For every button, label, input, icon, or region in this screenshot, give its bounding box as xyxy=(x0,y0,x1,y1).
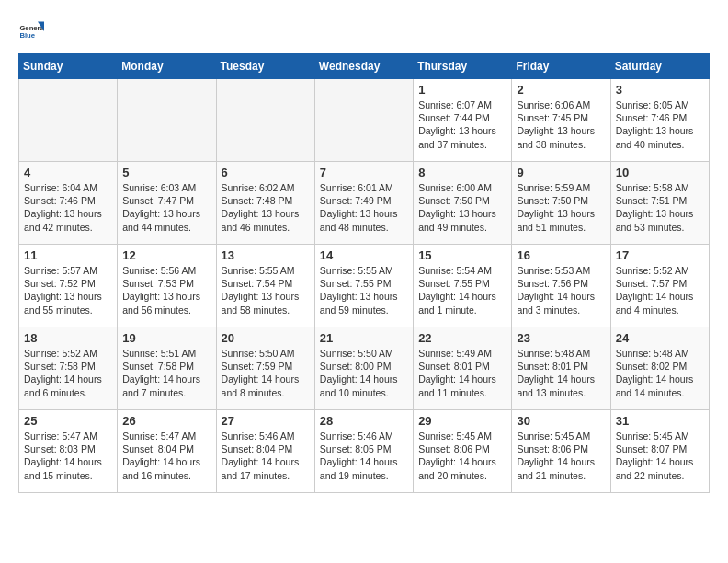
day-info: Sunrise: 5:57 AM Sunset: 7:52 PM Dayligh… xyxy=(24,264,112,316)
day-number: 25 xyxy=(24,414,112,428)
week-row-1: 1Sunrise: 6:07 AM Sunset: 7:44 PM Daylig… xyxy=(19,79,710,162)
header-row: SundayMondayTuesdayWednesdayThursdayFrid… xyxy=(19,54,710,79)
page-header: General Blue xyxy=(18,18,710,44)
day-number: 5 xyxy=(122,166,210,179)
day-number: 18 xyxy=(24,331,112,345)
day-number: 23 xyxy=(517,331,605,345)
day-cell-3: 3Sunrise: 6:05 AM Sunset: 7:46 PM Daylig… xyxy=(610,79,709,162)
day-info: Sunrise: 5:48 AM Sunset: 8:01 PM Dayligh… xyxy=(517,347,605,399)
day-cell-25: 25Sunrise: 5:47 AM Sunset: 8:03 PM Dayli… xyxy=(19,410,118,493)
day-info: Sunrise: 5:46 AM Sunset: 8:04 PM Dayligh… xyxy=(222,430,310,482)
week-row-5: 25Sunrise: 5:47 AM Sunset: 8:03 PM Dayli… xyxy=(19,410,710,493)
day-cell-empty-3 xyxy=(314,79,413,162)
day-info: Sunrise: 5:50 AM Sunset: 7:59 PM Dayligh… xyxy=(222,347,310,399)
day-header-friday: Friday xyxy=(512,54,610,79)
day-number: 21 xyxy=(320,331,408,345)
day-header-tuesday: Tuesday xyxy=(216,54,314,79)
day-info: Sunrise: 5:58 AM Sunset: 7:51 PM Dayligh… xyxy=(616,181,704,234)
day-info: Sunrise: 6:05 AM Sunset: 7:46 PM Dayligh… xyxy=(616,98,704,151)
day-cell-31: 31Sunrise: 5:45 AM Sunset: 8:07 PM Dayli… xyxy=(610,410,709,493)
day-number: 6 xyxy=(222,166,310,179)
day-cell-18: 18Sunrise: 5:52 AM Sunset: 7:58 PM Dayli… xyxy=(19,327,118,410)
day-cell-24: 24Sunrise: 5:48 AM Sunset: 8:02 PM Dayli… xyxy=(610,327,709,410)
day-number: 16 xyxy=(517,248,605,262)
day-cell-21: 21Sunrise: 5:50 AM Sunset: 8:00 PM Dayli… xyxy=(314,327,413,410)
day-info: Sunrise: 6:07 AM Sunset: 7:44 PM Dayligh… xyxy=(418,98,506,151)
day-info: Sunrise: 5:49 AM Sunset: 8:01 PM Dayligh… xyxy=(418,347,506,399)
day-number: 14 xyxy=(320,248,408,262)
day-info: Sunrise: 5:52 AM Sunset: 7:58 PM Dayligh… xyxy=(24,347,112,399)
day-cell-15: 15Sunrise: 5:54 AM Sunset: 7:55 PM Dayli… xyxy=(414,245,512,327)
day-cell-29: 29Sunrise: 5:45 AM Sunset: 8:06 PM Dayli… xyxy=(414,410,512,493)
day-number: 24 xyxy=(616,331,704,345)
day-cell-empty-0 xyxy=(19,79,118,162)
day-number: 27 xyxy=(222,414,310,428)
day-info: Sunrise: 5:52 AM Sunset: 7:57 PM Dayligh… xyxy=(616,264,704,316)
day-info: Sunrise: 5:55 AM Sunset: 7:55 PM Dayligh… xyxy=(320,264,408,316)
day-number: 10 xyxy=(616,166,704,179)
day-number: 4 xyxy=(24,166,112,179)
day-cell-2: 2Sunrise: 6:06 AM Sunset: 7:45 PM Daylig… xyxy=(512,79,610,162)
day-number: 15 xyxy=(418,248,506,262)
week-row-2: 4Sunrise: 6:04 AM Sunset: 7:46 PM Daylig… xyxy=(19,162,710,245)
day-cell-9: 9Sunrise: 5:59 AM Sunset: 7:50 PM Daylig… xyxy=(512,162,610,245)
day-info: Sunrise: 5:45 AM Sunset: 8:06 PM Dayligh… xyxy=(418,430,506,482)
day-info: Sunrise: 6:01 AM Sunset: 7:49 PM Dayligh… xyxy=(320,181,408,234)
day-info: Sunrise: 6:03 AM Sunset: 7:47 PM Dayligh… xyxy=(122,181,210,234)
day-cell-27: 27Sunrise: 5:46 AM Sunset: 8:04 PM Dayli… xyxy=(216,410,314,493)
day-header-saturday: Saturday xyxy=(610,54,709,79)
svg-text:Blue: Blue xyxy=(19,31,35,40)
day-cell-4: 4Sunrise: 6:04 AM Sunset: 7:46 PM Daylig… xyxy=(19,162,118,245)
day-number: 3 xyxy=(616,83,704,97)
day-header-monday: Monday xyxy=(118,54,216,79)
day-cell-12: 12Sunrise: 5:56 AM Sunset: 7:53 PM Dayli… xyxy=(118,245,216,327)
day-cell-19: 19Sunrise: 5:51 AM Sunset: 7:58 PM Dayli… xyxy=(118,327,216,410)
day-cell-11: 11Sunrise: 5:57 AM Sunset: 7:52 PM Dayli… xyxy=(19,245,118,327)
day-number: 13 xyxy=(222,248,310,262)
day-cell-16: 16Sunrise: 5:53 AM Sunset: 7:56 PM Dayli… xyxy=(512,245,610,327)
day-cell-22: 22Sunrise: 5:49 AM Sunset: 8:01 PM Dayli… xyxy=(414,327,512,410)
day-number: 8 xyxy=(418,166,506,179)
week-row-4: 18Sunrise: 5:52 AM Sunset: 7:58 PM Dayli… xyxy=(19,327,710,410)
day-info: Sunrise: 5:55 AM Sunset: 7:54 PM Dayligh… xyxy=(222,264,310,316)
day-number: 17 xyxy=(616,248,704,262)
day-info: Sunrise: 5:47 AM Sunset: 8:03 PM Dayligh… xyxy=(24,430,112,482)
day-info: Sunrise: 5:51 AM Sunset: 7:58 PM Dayligh… xyxy=(122,347,210,399)
day-info: Sunrise: 6:02 AM Sunset: 7:48 PM Dayligh… xyxy=(222,181,310,234)
day-number: 26 xyxy=(122,414,210,428)
day-cell-23: 23Sunrise: 5:48 AM Sunset: 8:01 PM Dayli… xyxy=(512,327,610,410)
day-info: Sunrise: 5:45 AM Sunset: 8:07 PM Dayligh… xyxy=(616,430,704,482)
day-info: Sunrise: 5:46 AM Sunset: 8:05 PM Dayligh… xyxy=(320,430,408,482)
day-info: Sunrise: 5:54 AM Sunset: 7:55 PM Dayligh… xyxy=(418,264,506,316)
day-number: 28 xyxy=(320,414,408,428)
day-number: 11 xyxy=(24,248,112,262)
day-header-thursday: Thursday xyxy=(414,54,512,79)
day-number: 31 xyxy=(616,414,704,428)
day-info: Sunrise: 5:56 AM Sunset: 7:53 PM Dayligh… xyxy=(122,264,210,316)
day-cell-28: 28Sunrise: 5:46 AM Sunset: 8:05 PM Dayli… xyxy=(314,410,413,493)
day-info: Sunrise: 5:50 AM Sunset: 8:00 PM Dayligh… xyxy=(320,347,408,399)
day-info: Sunrise: 5:45 AM Sunset: 8:06 PM Dayligh… xyxy=(517,430,605,482)
day-number: 9 xyxy=(517,166,605,179)
day-cell-7: 7Sunrise: 6:01 AM Sunset: 7:49 PM Daylig… xyxy=(314,162,413,245)
day-cell-26: 26Sunrise: 5:47 AM Sunset: 8:04 PM Dayli… xyxy=(118,410,216,493)
day-cell-5: 5Sunrise: 6:03 AM Sunset: 7:47 PM Daylig… xyxy=(118,162,216,245)
day-info: Sunrise: 6:04 AM Sunset: 7:46 PM Dayligh… xyxy=(24,181,112,234)
day-number: 29 xyxy=(418,414,506,428)
day-cell-13: 13Sunrise: 5:55 AM Sunset: 7:54 PM Dayli… xyxy=(216,245,314,327)
logo-icon: General Blue xyxy=(18,18,44,44)
day-number: 2 xyxy=(517,83,605,97)
day-cell-30: 30Sunrise: 5:45 AM Sunset: 8:06 PM Dayli… xyxy=(512,410,610,493)
day-cell-20: 20Sunrise: 5:50 AM Sunset: 7:59 PM Dayli… xyxy=(216,327,314,410)
day-cell-1: 1Sunrise: 6:07 AM Sunset: 7:44 PM Daylig… xyxy=(414,79,512,162)
day-number: 12 xyxy=(122,248,210,262)
day-cell-14: 14Sunrise: 5:55 AM Sunset: 7:55 PM Dayli… xyxy=(314,245,413,327)
logo: General Blue xyxy=(18,18,49,44)
day-cell-6: 6Sunrise: 6:02 AM Sunset: 7:48 PM Daylig… xyxy=(216,162,314,245)
day-info: Sunrise: 6:00 AM Sunset: 7:50 PM Dayligh… xyxy=(418,181,506,234)
week-row-3: 11Sunrise: 5:57 AM Sunset: 7:52 PM Dayli… xyxy=(19,245,710,327)
day-header-wednesday: Wednesday xyxy=(314,54,413,79)
day-info: Sunrise: 5:53 AM Sunset: 7:56 PM Dayligh… xyxy=(517,264,605,316)
day-cell-10: 10Sunrise: 5:58 AM Sunset: 7:51 PM Dayli… xyxy=(610,162,709,245)
day-cell-8: 8Sunrise: 6:00 AM Sunset: 7:50 PM Daylig… xyxy=(414,162,512,245)
